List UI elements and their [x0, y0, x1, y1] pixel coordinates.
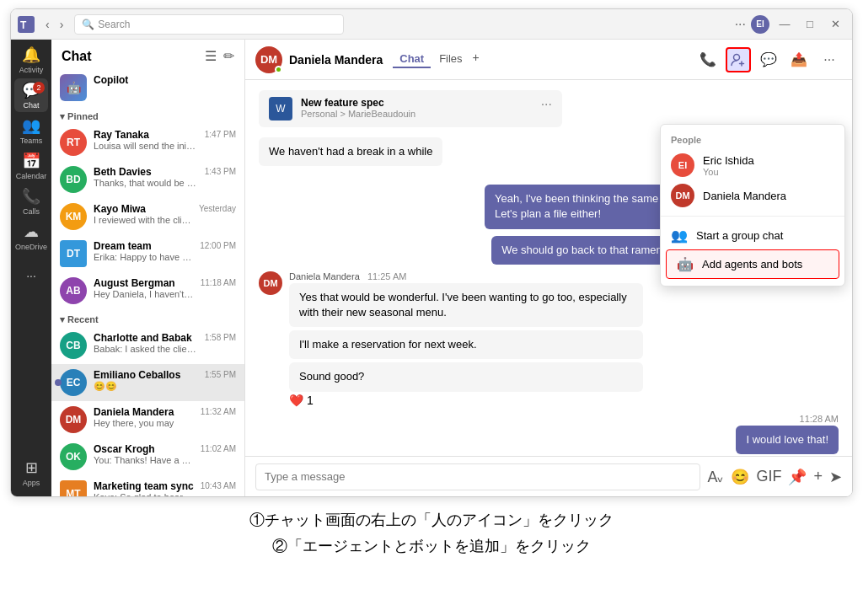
- add-people-button[interactable]: [726, 47, 751, 72]
- apps-icon: ⊞: [25, 458, 38, 477]
- chat-item-marketing[interactable]: MT Marketing team sync Kayo: So glad to …: [51, 475, 244, 496]
- popup-section-title: People: [661, 131, 844, 150]
- marketing-info: Marketing team sync Kayo: So glad to hea…: [94, 480, 194, 496]
- send-icon[interactable]: ➤: [829, 468, 842, 486]
- audio-call-button[interactable]: 📞: [695, 47, 721, 72]
- svg-point-2: [734, 54, 740, 60]
- compose-icon[interactable]: ✏: [223, 48, 234, 64]
- chat-main: DM Daniela Mandera Chat Files + 📞: [245, 40, 852, 496]
- chat-header-actions: 📞 💬 📤 ···: [695, 47, 842, 72]
- input-bar: Aᵥ 😊 GIF 📌 + ➤: [245, 456, 852, 496]
- window-controls: ··· EI — □ ✕: [735, 14, 845, 35]
- chat-item-charlotte-babak[interactable]: CB Charlotte and Babak Babak: I asked th…: [51, 327, 244, 364]
- beth-davies-info: Beth Davies Thanks, that would be nice.: [94, 166, 198, 188]
- daniela-popup-info: Daniela Mandera: [703, 190, 786, 202]
- word-icon: W: [269, 97, 292, 121]
- chat-header-avatar: DM: [255, 46, 282, 73]
- emiliano-avatar: EC: [60, 369, 87, 396]
- emiliano-info: Emiliano Ceballos 😊😊: [94, 369, 198, 392]
- sidebar-item-chat[interactable]: 💬 2 Chat: [14, 78, 48, 112]
- minimize-button[interactable]: —: [775, 14, 795, 35]
- people-popup: People EI Eric Ishida You DM Daniela Man: [660, 124, 845, 287]
- sidebar-item-apps[interactable]: ⊞ Apps: [14, 456, 48, 490]
- chat-button[interactable]: 💬: [756, 47, 781, 72]
- beth-davies-avatar: BD: [60, 166, 87, 193]
- kayo-miwa-avatar: KM: [60, 203, 87, 230]
- activity-icon: 🔔: [22, 46, 40, 64]
- message-input[interactable]: [255, 463, 700, 490]
- tab-chat[interactable]: Chat: [393, 51, 431, 68]
- format-icon[interactable]: Aᵥ: [707, 468, 724, 486]
- sidebar-item-onedrive[interactable]: ☁ OneDrive: [14, 220, 48, 254]
- forwarded-message: W New feature spec Personal > MarieBeaud…: [259, 90, 562, 127]
- app-body: 🔔 Activity 💬 2 Chat 👥 Teams 📅 Calendar: [11, 40, 852, 496]
- calls-icon: 📞: [22, 187, 40, 206]
- attach-icon[interactable]: +: [813, 468, 823, 485]
- user-avatar[interactable]: EI: [751, 15, 769, 34]
- right-love-message: 11:28 AM I would love that!: [259, 414, 839, 454]
- search-icon: 🔍: [82, 19, 94, 30]
- gif-icon[interactable]: GIF: [756, 468, 781, 485]
- popup-person-eric: EI Eric Ishida You: [661, 150, 844, 180]
- sidebar-item-calls[interactable]: 📞 Calls: [14, 185, 48, 218]
- more-options[interactable]: ···: [735, 17, 746, 32]
- chat-item-kayo-miwa[interactable]: KM Kayo Miwa I reviewed with the client …: [51, 198, 244, 235]
- chat-item-daniela[interactable]: DM Daniela Mandera Hey there, you may 11…: [51, 401, 244, 438]
- chat-item-august-bergman[interactable]: AB August Bergman Hey Daniela, I haven't…: [51, 272, 244, 309]
- calendar-icon: 📅: [22, 152, 40, 170]
- maximize-button[interactable]: □: [800, 14, 820, 35]
- online-status: [275, 66, 282, 73]
- sidebar-item-teams[interactable]: 👥 Teams: [14, 114, 48, 147]
- tab-files[interactable]: Files: [432, 51, 469, 68]
- chat-sidebar: Chat ☰ ✏ 🤖 Copilot ▾ Pinned: [51, 40, 245, 496]
- sidebar-action-icons: ☰ ✏: [205, 48, 234, 64]
- chat-item-ray-tanaka[interactable]: RT Ray Tanaka Louisa will send the initi…: [51, 124, 244, 161]
- onedrive-icon: ☁: [24, 222, 39, 241]
- daniela-messages: DM Daniela Mandera 11:25 AM Yes that wou…: [259, 271, 839, 407]
- screen-share-button[interactable]: 📤: [786, 47, 812, 72]
- search-bar[interactable]: 🔍 Search: [74, 14, 344, 35]
- oscar-info: Oscar Krogh You: Thanks! Have a nice day…: [94, 443, 194, 465]
- search-placeholder: Search: [98, 19, 130, 30]
- forwarded-more[interactable]: ···: [541, 97, 552, 112]
- chat-header: DM Daniela Mandera Chat Files + 📞: [245, 40, 852, 80]
- sticker-icon[interactable]: 📌: [788, 468, 807, 486]
- sidebar-item-activity[interactable]: 🔔 Activity: [14, 43, 48, 77]
- forwarded-info: New feature spec Personal > MarieBeaudou…: [301, 97, 533, 119]
- eric-info: Eric Ishida You: [703, 154, 754, 177]
- sidebar-item-more[interactable]: ···: [14, 259, 48, 292]
- teams-logo: T: [18, 16, 35, 33]
- eric-popup-avatar: EI: [671, 153, 694, 177]
- chat-header-tabs: Chat Files +: [393, 51, 480, 68]
- emoji-icon[interactable]: 😊: [731, 468, 749, 486]
- chat-item-emiliano[interactable]: EC Emiliano Ceballos 😊😊 1:55 PM: [51, 364, 244, 401]
- chat-item-copilot[interactable]: 🤖 Copilot: [51, 69, 244, 106]
- forward-button[interactable]: ›: [56, 16, 68, 33]
- app-window: T ‹ › 🔍 Search ··· EI — □ ✕: [10, 8, 853, 497]
- chat-item-beth-davies[interactable]: BD Beth Davies Thanks, that would be nic…: [51, 161, 244, 198]
- copilot-info: Copilot: [94, 74, 236, 86]
- agents-icon: 🤖: [677, 256, 694, 272]
- pinned-section-label: ▾ Pinned: [51, 106, 244, 124]
- ray-tanaka-avatar: RT: [60, 129, 87, 156]
- ray-tanaka-info: Ray Tanaka Louisa will send the initial …: [94, 129, 198, 151]
- more-actions-button[interactable]: ···: [817, 47, 842, 72]
- dream-team-avatar: DT: [60, 240, 87, 267]
- daniela-list-avatar: DM: [60, 406, 87, 433]
- oscar-avatar: OK: [60, 443, 87, 470]
- chat-header-name: Daniela Mandera: [289, 53, 383, 67]
- charlotte-babak-avatar: CB: [60, 332, 87, 359]
- add-agents-action[interactable]: 🤖 Add agents and bots: [666, 249, 839, 279]
- filter-icon[interactable]: ☰: [205, 48, 217, 64]
- chat-item-oscar[interactable]: OK Oscar Krogh You: Thanks! Have a nice …: [51, 438, 244, 475]
- add-tab-button[interactable]: +: [473, 51, 480, 68]
- sidebar-item-calendar[interactable]: 📅 Calendar: [14, 149, 48, 183]
- start-group-chat-action[interactable]: 👥 Start a group chat: [661, 222, 844, 249]
- chat-item-dream-team[interactable]: DT Dream team Erika: Happy to have you b…: [51, 235, 244, 272]
- close-button[interactable]: ✕: [825, 14, 845, 35]
- august-bergman-avatar: AB: [60, 277, 87, 304]
- kayo-miwa-info: Kayo Miwa I reviewed with the client on …: [94, 203, 192, 225]
- back-button[interactable]: ‹: [41, 16, 54, 33]
- group-chat-icon: 👥: [671, 228, 688, 244]
- title-bar: T ‹ › 🔍 Search ··· EI — □ ✕: [11, 9, 852, 40]
